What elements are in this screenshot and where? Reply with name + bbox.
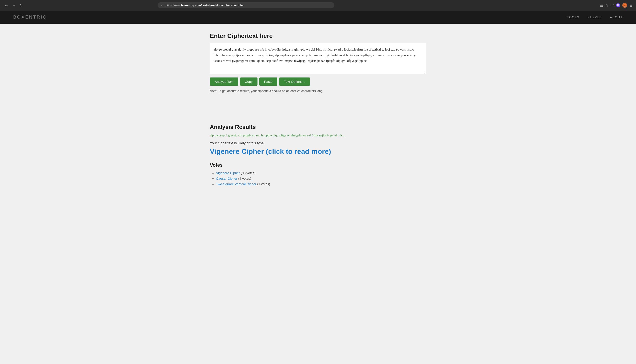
browser-nav: ← → ↻ — [4, 2, 24, 8]
nav-about[interactable]: ABOUT — [610, 16, 623, 19]
back-button[interactable]: ← — [4, 2, 9, 8]
votes-title: Votes — [210, 162, 426, 168]
vote-link[interactable]: Two-Square Vertical Cipher — [216, 182, 256, 186]
menu-icon[interactable]: ☰ — [629, 3, 632, 8]
browser-chrome: ← → ↻ 🛡 https://www.boxentriq.com/code-b… — [0, 0, 636, 10]
note-text: Note: To get accurate results, your ciph… — [210, 89, 426, 93]
site-logo[interactable]: BOXENTRIQ — [13, 14, 47, 20]
vote-count: (1 votes) — [256, 182, 270, 186]
divider — [210, 102, 426, 119]
cipher-type-link[interactable]: Vigenere Cipher (click to read more) — [210, 148, 426, 156]
url-display: https://www.boxentriq.com/code-breaking/… — [166, 4, 331, 7]
cipher-type-label: Your ciphertext is likely of this type: — [210, 141, 426, 145]
forward-button[interactable]: → — [11, 2, 17, 8]
vote-link[interactable]: Vigenere Cipher — [216, 171, 240, 175]
avatar[interactable]: 🦊 — [622, 3, 627, 8]
analysis-title: Analysis Results — [210, 124, 426, 130]
copy-button[interactable]: Copy — [240, 78, 258, 86]
list-item: Two-Square Vertical Cipher (1 votes) — [216, 182, 426, 186]
main-content: Enter Ciphertext here alp gwcsepul gtava… — [197, 24, 439, 196]
button-row: Analyze Text Copy Paste Text Options... — [210, 78, 426, 86]
paste-button[interactable]: Paste — [259, 78, 277, 86]
list-item: Vigenere Cipher (95 votes) — [216, 171, 426, 175]
shield-icon[interactable]: 🛡 — [610, 3, 614, 7]
site-header: BOXENTRIQ TOOLS PUZZLE ABOUT — [0, 10, 636, 24]
nav-puzzle[interactable]: PUZZLE — [587, 16, 602, 19]
notification-badge[interactable]: 18 — [616, 3, 620, 7]
bookmark-icon[interactable]: ☆ — [605, 3, 608, 8]
ciphertext-preview: alp gwcsepul gtavaf, nlv prgpbpsu mb h j… — [210, 134, 426, 137]
nav-tools[interactable]: TOOLS — [567, 16, 579, 19]
list-item: Caesar Cipher (4 votes) — [216, 176, 426, 180]
vote-link[interactable]: Caesar Cipher — [216, 176, 237, 180]
browser-actions: ☰ ☆ 🛡 18 🦊 ☰ — [600, 3, 632, 8]
text-options-button[interactable]: Text Options... — [279, 78, 310, 86]
vote-count: (95 votes) — [240, 171, 256, 175]
site-nav: TOOLS PUZZLE ABOUT — [567, 16, 623, 19]
input-section-title: Enter Ciphertext here — [210, 32, 426, 40]
security-icon: 🛡 — [161, 4, 164, 7]
analyze-button[interactable]: Analyze Text — [210, 78, 238, 86]
address-bar[interactable]: 🛡 https://www.boxentriq.com/code-breakin… — [158, 2, 334, 8]
reader-icon[interactable]: ☰ — [600, 3, 603, 8]
vote-count: (4 votes) — [237, 176, 251, 180]
input-section: Enter Ciphertext here alp gwcsepul gtava… — [210, 32, 426, 93]
analysis-section: Analysis Results alp gwcsepul gtavaf, nl… — [210, 124, 426, 186]
ciphertext-input[interactable]: alp gwcsepul gtavaf, nlv prgpbpsu mb h j… — [210, 43, 426, 74]
reload-button[interactable]: ↻ — [19, 2, 24, 8]
votes-list: Vigenere Cipher (95 votes)Caesar Cipher … — [210, 171, 426, 186]
